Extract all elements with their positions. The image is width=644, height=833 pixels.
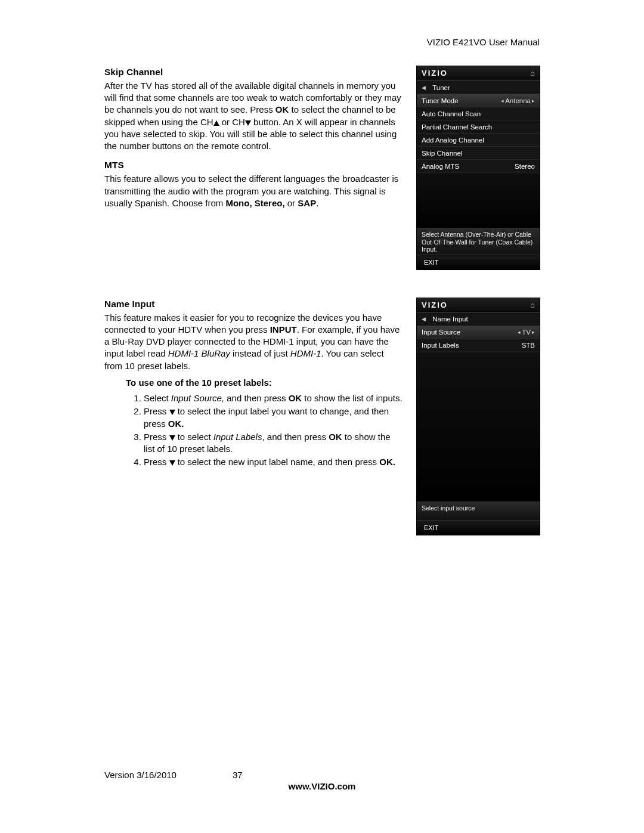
text: to select the new input label name, and … (175, 457, 380, 467)
arrow-down-icon (245, 120, 251, 126)
text: Press (144, 457, 169, 467)
row-value: Stereo (515, 163, 535, 170)
auto-channel-scan-row[interactable]: Auto Channel Scan (417, 107, 540, 120)
text: to select (175, 432, 213, 442)
text: or CH (219, 117, 245, 127)
tuner-menu: VIZIO ⌂ ◀ Tuner Tuner Mode ◂Antenna▸ Aut… (417, 66, 540, 270)
text-bold: OK. (168, 419, 184, 429)
analog-mts-row[interactable]: Analog MTS Stereo (417, 159, 540, 172)
text: Press (144, 432, 169, 442)
arrow-down-icon (169, 410, 175, 415)
text-bold: INPUT (270, 324, 297, 335)
row-label: Input Source (422, 329, 460, 336)
add-analog-channel-row[interactable]: Add Analog Channel (417, 133, 540, 146)
row-value: TV (522, 329, 531, 336)
left-arrow-icon: ◂ (501, 98, 504, 104)
breadcrumb-label: Name Input (432, 315, 467, 323)
text-ital: HDMI-1 BluRay (168, 348, 230, 358)
menu-hint: Select Antenna (Over-The-Air) or Cable O… (417, 228, 540, 255)
version-text: Version 3/16/2010 (104, 770, 233, 780)
menu-spacer (417, 172, 540, 228)
breadcrumb-label: Tuner (432, 84, 450, 91)
breadcrumb-row[interactable]: ◀ Tuner (417, 80, 540, 94)
home-icon[interactable]: ⌂ (530, 301, 535, 309)
input-labels-row[interactable]: Input Labels STB (417, 339, 540, 352)
vizio-logo: VIZIO (422, 301, 448, 309)
exit-bar[interactable]: EXIT (417, 520, 540, 535)
text-bold: SAP (298, 198, 316, 208)
vizio-logo: VIZIO (422, 69, 448, 78)
name-input-menu: VIZIO ⌂ ◀ Name Input Input Source ◂TV▸ I… (417, 298, 540, 535)
arrow-up-icon (213, 120, 219, 126)
mts-heading: MTS (104, 159, 402, 172)
steps-list: Select Input Source, and then press OK t… (104, 392, 402, 469)
input-source-row[interactable]: Input Source ◂TV▸ (417, 326, 540, 339)
row-value: Antenna (505, 97, 531, 104)
preset-labels-subheading: To use one of the 10 preset labels: (104, 377, 402, 389)
tuner-mode-row[interactable]: Tuner Mode ◂Antenna▸ (417, 94, 540, 107)
manual-page: VIZIO E421VO User Manual Skip Channel Af… (0, 0, 644, 833)
row-label: Skip Channel (422, 150, 462, 157)
section-name-input: Name Input This feature makes it easier … (104, 298, 540, 553)
text: . (316, 198, 318, 208)
text-column-2: Name Input This feature makes it easier … (104, 298, 417, 470)
arrow-down-icon (169, 435, 175, 441)
text: Press (144, 406, 169, 416)
left-arrow-icon: ◂ (518, 329, 521, 335)
row-label: Input Labels (422, 342, 459, 349)
footer-url: www.VIZIO.com (104, 781, 540, 791)
text-bold: OK. (379, 457, 395, 467)
section-skip-mts: Skip Channel After the TV has stored all… (104, 66, 540, 287)
right-arrow-icon: ▸ (532, 329, 535, 335)
name-input-paragraph: This feature makes it easier for you to … (104, 312, 402, 372)
row-label: Auto Channel Scan (422, 110, 481, 117)
text: Select (144, 393, 171, 403)
arrow-down-icon (169, 460, 175, 466)
skip-channel-heading: Skip Channel (104, 66, 402, 79)
step-4: Press to select the new input label name… (144, 456, 402, 468)
right-arrow-icon: ▸ (532, 98, 535, 104)
row-value: STB (522, 342, 535, 349)
menu-hint: Select input source (417, 501, 540, 521)
menu-column-1: VIZIO ⌂ ◀ Tuner Tuner Mode ◂Antenna▸ Aut… (417, 66, 540, 287)
text-column-1: Skip Channel After the TV has stored all… (104, 66, 417, 212)
row-label: Tuner Mode (422, 97, 459, 104)
back-arrow-icon: ◀ (422, 85, 426, 91)
text: or (285, 198, 298, 208)
row-label: Partial Channel Search (422, 123, 492, 131)
skip-channel-paragraph: After the TV has stored all of the avail… (104, 80, 402, 153)
mts-paragraph: This feature allows you to select the di… (104, 173, 402, 209)
page-footer: Version 3/16/2010 37 www.VIZIO.com (104, 770, 540, 791)
text-ital: HDMI-1 (290, 348, 321, 358)
breadcrumb-row[interactable]: ◀ Name Input (417, 312, 540, 326)
text-bold: OK (289, 393, 302, 403)
text: instead of just (230, 348, 290, 358)
menu-topbar: VIZIO ⌂ (417, 298, 540, 312)
menu-spacer (417, 352, 540, 501)
row-label: Add Analog Channel (422, 137, 484, 144)
back-arrow-icon: ◀ (422, 316, 426, 322)
home-icon[interactable]: ⌂ (530, 69, 535, 78)
text-bold: Mono, Stereo, (225, 198, 284, 208)
text: to show the list of inputs. (302, 393, 402, 403)
name-input-heading: Name Input (104, 298, 402, 311)
step-1: Select Input Source, and then press OK t… (144, 392, 402, 404)
header-title: VIZIO E421VO User Manual (104, 37, 540, 47)
partial-channel-search-row[interactable]: Partial Channel Search (417, 120, 540, 133)
page-number: 37 (233, 770, 243, 780)
text-ital: Input Source, (171, 393, 224, 403)
text-ital: Input Labels (213, 432, 262, 442)
step-2: Press to select the input label you want… (144, 405, 402, 430)
row-label: Analog MTS (422, 163, 459, 170)
skip-channel-row[interactable]: Skip Channel (417, 146, 540, 159)
step-3: Press to select Input Labels, and then p… (144, 431, 402, 456)
text-bold: To use one of the 10 preset labels: (126, 377, 272, 388)
text-bold: OK (275, 104, 289, 114)
text-bold: OK (329, 432, 342, 442)
menu-column-2: VIZIO ⌂ ◀ Name Input Input Source ◂TV▸ I… (417, 298, 540, 553)
text: , and then press (262, 432, 329, 442)
menu-topbar: VIZIO ⌂ (417, 66, 540, 80)
text: and then press (224, 393, 289, 403)
exit-bar[interactable]: EXIT (417, 255, 540, 270)
